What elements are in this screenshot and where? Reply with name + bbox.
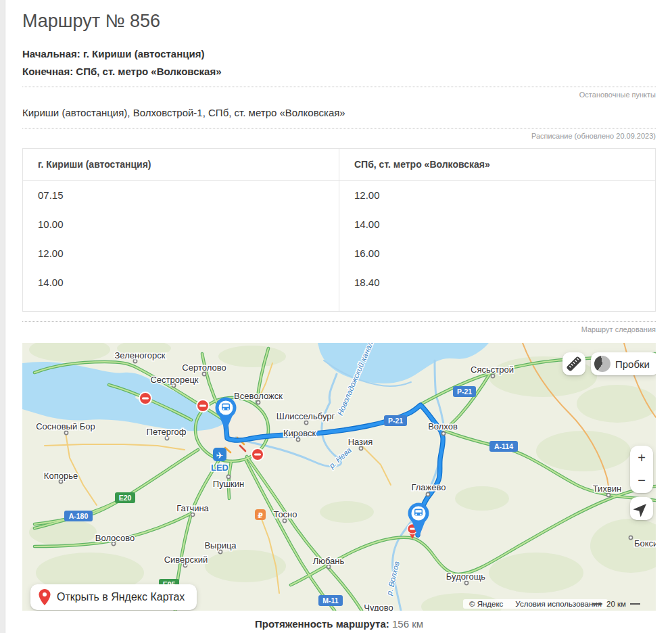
map-city-label: Кировск: [283, 428, 316, 438]
open-button-label: Открыть в Яндекс Картах: [57, 591, 185, 603]
bus-icon: [414, 509, 423, 516]
zoom-out-button[interactable]: −: [630, 469, 653, 492]
road-closed-icon: [197, 400, 209, 412]
map-city-label: Копорье: [44, 471, 78, 481]
zoom-controls[interactable]: + −: [630, 446, 653, 493]
table-row: 07.15 12.00: [23, 181, 656, 210]
map-city-label: Глажево: [411, 482, 446, 492]
svg-text:А-180: А-180: [69, 512, 89, 520]
traffic-toggle-button[interactable]: Пробки: [591, 352, 656, 375]
scale-line: [630, 603, 640, 605]
toll-icon: ₽: [255, 509, 266, 520]
svg-text:Е20: Е20: [119, 494, 132, 502]
schedule-section-label: Расписание (обновлено 20.09.2023): [22, 132, 656, 140]
table-row: 10.00 14.00: [23, 210, 656, 239]
road-closed-icon: [251, 448, 264, 461]
divider: [22, 128, 656, 128]
airport-code-label: LED: [211, 463, 229, 473]
svg-text:М-11: М-11: [322, 596, 339, 605]
stops-list: Кириши (автостанция), Волховстрой-1, СПб…: [22, 107, 656, 118]
svg-text:Р-21: Р-21: [457, 388, 472, 396]
svg-text:Р-21: Р-21: [388, 417, 403, 425]
road-shield: Р-21: [453, 386, 476, 397]
traffic-icon: [594, 356, 610, 372]
departure-time: 14.00: [23, 268, 339, 312]
svg-text:А-114: А-114: [494, 442, 513, 450]
map-city-label: Сиверский: [164, 555, 208, 565]
page-left-edge: [0, 0, 5, 633]
open-in-yandex-maps-button[interactable]: Открыть в Яндекс Картах: [30, 584, 197, 610]
stops-section-label: Остановочные пункты: [22, 91, 656, 99]
divider: [22, 87, 656, 87]
zoom-in-button[interactable]: +: [630, 447, 653, 469]
map-city-label: Любань: [313, 556, 345, 566]
arrival-time: 16.00: [339, 239, 656, 268]
map-attribution: © Яндекс Условия использования: [463, 599, 608, 609]
map-city-label: Тихвин: [593, 484, 621, 494]
map-city-label: Назия: [348, 437, 373, 447]
map-city-label: Волхов: [428, 421, 458, 431]
map-city-label: Сестрорецк: [150, 375, 198, 385]
arrival-time: 18.40: [339, 268, 656, 312]
scale-label: 20 км: [606, 600, 626, 608]
departure-time: 12.00: [23, 239, 339, 268]
map-pin-icon: [38, 588, 51, 606]
road-shield: А-180: [64, 511, 93, 521]
traffic-button-label: Пробки: [615, 358, 650, 370]
map-terms-link[interactable]: Условия использования: [515, 600, 602, 608]
road-closed-icon: [139, 392, 151, 404]
map-city-label: Петергоф: [147, 427, 187, 437]
map-city-label: Шлиссельбург: [277, 411, 335, 421]
route-length-label: Протяженность маршрута:: [255, 618, 389, 630]
table-row: 14.00 18.40: [23, 268, 656, 312]
map-city-label: Зеленогорск: [115, 350, 166, 360]
airport-icon[interactable]: ✈: [213, 448, 226, 461]
svg-text:✈: ✈: [216, 450, 224, 461]
map-section-label: Маршрут следования: [22, 325, 656, 333]
page-title: Маршрут № 856: [22, 11, 656, 32]
map-city-label: Будогощь: [446, 571, 486, 582]
route-length: Протяженность маршрута: 156 км: [22, 618, 656, 630]
map-scale: 20 км: [592, 600, 640, 608]
schedule-table: г. Кириши (автостанция) СПб, ст. метро «…: [22, 148, 656, 312]
route-end: Конечная: СПб, ст. метро «Волковская»: [22, 66, 656, 77]
map-copyright[interactable]: © Яндекс: [469, 600, 503, 608]
road-shield: М-11: [318, 595, 343, 606]
schedule-col-departure: г. Кириши (автостанция): [23, 149, 339, 181]
schedule-col-arrival: СПб, ст. метро «Волковская»: [339, 149, 656, 181]
route-page: Маршрут № 856 Начальная: г. Кириши (авто…: [22, 11, 656, 630]
location-arrow-icon: [633, 500, 650, 517]
map-city-label: Сясьстрой: [471, 365, 514, 375]
road-shield: Р-21: [384, 415, 407, 426]
bus-icon: [222, 404, 230, 411]
map-city-label: Гатчина: [176, 503, 209, 513]
map-canvas[interactable]: Р-21 Р-21 А-114 А-180 Е20 Е95 М-11: [22, 343, 656, 611]
map-city-label: Бокситогорск: [634, 538, 656, 548]
route-length-value: 156 км: [392, 618, 423, 630]
yandex-map[interactable]: Р-21 Р-21 А-114 А-180 Е20 Е95 М-11: [22, 343, 656, 611]
map-city-label: Всеволожск: [234, 391, 283, 401]
departure-time: 07.15: [23, 181, 339, 210]
geolocation-button[interactable]: [630, 497, 653, 520]
route-start: Начальная: г. Кириши (автостанция): [22, 48, 656, 60]
map-city-label: Волосово: [95, 533, 135, 543]
map-city-label: Сертолово: [182, 362, 226, 373]
map-city-label: Вырица: [204, 540, 237, 550]
road-shield: А-114: [489, 441, 518, 452]
road-shield: Е20: [115, 492, 135, 503]
arrival-time: 14.00: [339, 210, 656, 239]
map-city-label: Пушкин: [213, 479, 244, 489]
departure-time: 10.00: [23, 210, 339, 239]
scale-line: [592, 603, 602, 605]
map-city-label: Чудово: [364, 603, 393, 611]
map-city-label: Тосно: [273, 509, 297, 519]
divider: [22, 321, 656, 322]
svg-text:₽: ₽: [258, 511, 263, 519]
arrival-time: 12.00: [339, 181, 656, 210]
ruler-button[interactable]: [562, 352, 585, 375]
ruler-icon: [564, 354, 584, 374]
map-city-label: Сосновый Бор: [36, 421, 95, 431]
table-row: 12.00 16.00: [23, 239, 656, 268]
